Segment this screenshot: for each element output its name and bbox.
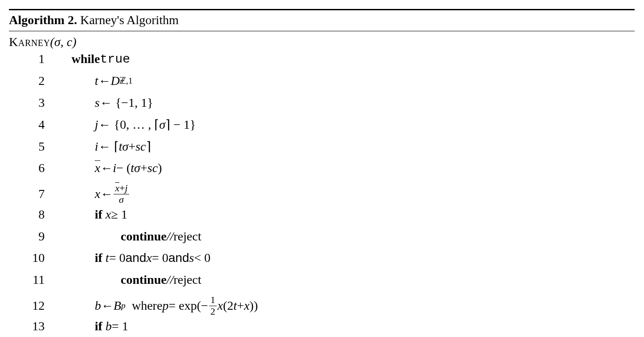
code-line: 7x ← x+jσ [9,182,635,206]
line-content: b ← Bp where p = exp(−12x(2t + x)) [72,295,258,317]
algorithm-header: Algorithm 2. Karney's Algorithm [9,10,635,31]
line-number: 6 [9,161,72,175]
line-number: 11 [9,273,72,287]
line-content: if b = 1 [72,319,128,333]
line-number: 2 [9,74,72,88]
function-signature: Karney(σ, c) [9,35,635,51]
line-content: continue // reject [72,229,201,244]
code-line: 11continue // reject [9,272,635,294]
code-line: 13if b = 1 [9,318,635,337]
algorithm-lines: 1while true2t ← D+ℤ,13s ← {−1, 1}4j ← {0… [9,51,635,337]
line-content: x ← i − (tσ + sc) [72,161,162,175]
code-line: 3s ← {−1, 1} [9,95,635,117]
code-line: 10if t = 0 and x = 0 and s < 0 [9,250,635,272]
line-number: 13 [9,319,72,333]
line-number: 12 [9,299,72,313]
line-number: 10 [9,251,72,265]
code-line: 5i ← ⌈tσ + sc⌉ [9,138,635,160]
line-content: i ← ⌈tσ + sc⌉ [72,139,151,154]
line-number: 3 [9,96,72,110]
algorithm-block: Algorithm 2. Karney's Algorithm Karney(σ… [9,9,635,337]
line-content: j ← {0, … , ⌈σ⌉ − 1} [72,117,196,132]
line-number: 9 [9,229,72,244]
algorithm-body: Karney(σ, c) 1while true2t ← D+ℤ,13s ← {… [9,31,635,337]
line-content: continue // reject [72,273,201,287]
line-number: 7 [9,187,72,201]
line-number: 1 [9,52,72,66]
algorithm-label: Algorithm 2. [9,13,77,27]
function-args: (σ, c) [50,35,76,49]
line-content: if x ≥ 1 [72,207,127,222]
code-line: 6x ← i − (tσ + sc) [9,160,635,182]
code-line: 1while true [9,51,635,73]
code-line: 8if x ≥ 1 [9,206,635,228]
line-content: s ← {−1, 1} [72,96,153,110]
code-line: 12b ← Bp where p = exp(−12x(2t + x)) [9,294,635,318]
line-content: if t = 0 and x = 0 and s < 0 [72,251,210,265]
line-content: t ← D+ℤ,1 [72,74,133,88]
line-content: while true [72,52,130,66]
line-number: 8 [9,207,72,222]
line-number: 5 [9,139,72,154]
line-content: x ← x+jσ [72,183,130,206]
code-line: 2t ← D+ℤ,1 [9,73,635,95]
code-line: 4j ← {0, … , ⌈σ⌉ − 1} [9,116,635,138]
code-line: 9continue // reject [9,228,635,250]
line-number: 4 [9,118,72,132]
function-name: Karney [9,35,50,49]
algorithm-title: Karney's Algorithm [80,13,178,27]
